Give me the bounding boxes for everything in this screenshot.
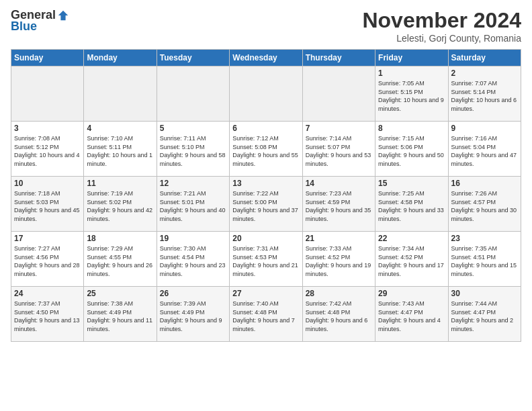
calendar-cell — [302, 66, 375, 122]
calendar-cell — [84, 66, 157, 122]
calendar-cell: 17Sunrise: 7:27 AM Sunset: 4:56 PM Dayli… — [11, 232, 84, 287]
calendar-body: 1Sunrise: 7:05 AM Sunset: 5:15 PM Daylig… — [11, 66, 521, 342]
day-info: Sunrise: 7:44 AM Sunset: 4:47 PM Dayligh… — [451, 300, 518, 333]
day-header-friday: Friday — [375, 50, 448, 66]
day-number: 29 — [378, 289, 445, 298]
title-block: November 2024 Lelesti, Gorj County, Roma… — [362, 8, 521, 44]
calendar-cell: 8Sunrise: 7:15 AM Sunset: 5:06 PM Daylig… — [375, 122, 448, 177]
calendar-cell: 26Sunrise: 7:39 AM Sunset: 4:49 PM Dayli… — [157, 287, 229, 342]
calendar-cell — [230, 66, 302, 122]
day-number: 16 — [451, 179, 518, 188]
day-number: 21 — [306, 234, 372, 243]
day-number: 23 — [451, 234, 518, 243]
day-number: 26 — [160, 289, 226, 298]
calendar-cell: 11Sunrise: 7:19 AM Sunset: 5:02 PM Dayli… — [84, 177, 157, 232]
svg-marker-0 — [58, 10, 68, 19]
week-row-2: 10Sunrise: 7:18 AM Sunset: 5:03 PM Dayli… — [11, 177, 521, 232]
day-info: Sunrise: 7:43 AM Sunset: 4:47 PM Dayligh… — [378, 300, 445, 333]
day-number: 10 — [14, 179, 81, 188]
calendar-cell: 16Sunrise: 7:26 AM Sunset: 4:57 PM Dayli… — [448, 177, 521, 232]
calendar-cell: 23Sunrise: 7:35 AM Sunset: 4:51 PM Dayli… — [448, 232, 521, 287]
logo-blue: Blue — [11, 19, 37, 34]
subtitle: Lelesti, Gorj County, Romania — [362, 33, 521, 44]
day-info: Sunrise: 7:08 AM Sunset: 5:12 PM Dayligh… — [14, 134, 81, 168]
day-number: 5 — [160, 124, 226, 133]
calendar-cell: 12Sunrise: 7:21 AM Sunset: 5:01 PM Dayli… — [157, 177, 229, 232]
day-number: 13 — [232, 179, 299, 188]
day-info: Sunrise: 7:21 AM Sunset: 5:01 PM Dayligh… — [160, 189, 226, 223]
calendar-cell: 30Sunrise: 7:44 AM Sunset: 4:47 PM Dayli… — [448, 287, 521, 342]
calendar-cell: 29Sunrise: 7:43 AM Sunset: 4:47 PM Dayli… — [375, 287, 448, 342]
calendar-cell: 25Sunrise: 7:38 AM Sunset: 4:49 PM Dayli… — [84, 287, 157, 342]
day-header-saturday: Saturday — [448, 50, 521, 66]
day-number: 1 — [378, 68, 445, 78]
day-info: Sunrise: 7:11 AM Sunset: 5:10 PM Dayligh… — [160, 134, 226, 168]
day-number: 9 — [451, 124, 518, 133]
logo-icon — [57, 9, 69, 21]
month-title: November 2024 — [362, 8, 521, 33]
day-number: 17 — [14, 234, 81, 243]
day-info: Sunrise: 7:40 AM Sunset: 4:48 PM Dayligh… — [232, 300, 299, 333]
day-info: Sunrise: 7:23 AM Sunset: 4:59 PM Dayligh… — [306, 189, 372, 223]
header-row: SundayMondayTuesdayWednesdayThursdayFrid… — [11, 50, 521, 66]
logo: General Blue — [11, 8, 69, 34]
calendar-cell: 24Sunrise: 7:37 AM Sunset: 4:50 PM Dayli… — [11, 287, 84, 342]
calendar-cell: 5Sunrise: 7:11 AM Sunset: 5:10 PM Daylig… — [157, 122, 229, 177]
day-number: 8 — [378, 124, 445, 133]
day-header-thursday: Thursday — [302, 50, 375, 66]
day-number: 2 — [451, 68, 518, 78]
day-number: 6 — [232, 124, 299, 133]
calendar-cell: 28Sunrise: 7:42 AM Sunset: 4:48 PM Dayli… — [302, 287, 375, 342]
day-number: 3 — [14, 124, 81, 133]
day-number: 15 — [378, 179, 445, 188]
day-number: 24 — [14, 289, 81, 298]
calendar-cell: 9Sunrise: 7:16 AM Sunset: 5:04 PM Daylig… — [448, 122, 521, 177]
calendar-cell: 18Sunrise: 7:29 AM Sunset: 4:55 PM Dayli… — [84, 232, 157, 287]
calendar-cell: 27Sunrise: 7:40 AM Sunset: 4:48 PM Dayli… — [230, 287, 302, 342]
day-number: 25 — [87, 289, 153, 298]
day-info: Sunrise: 7:25 AM Sunset: 4:58 PM Dayligh… — [378, 189, 445, 223]
day-number: 12 — [160, 179, 226, 188]
day-header-monday: Monday — [84, 50, 157, 66]
day-info: Sunrise: 7:19 AM Sunset: 5:02 PM Dayligh… — [87, 189, 153, 223]
day-info: Sunrise: 7:39 AM Sunset: 4:49 PM Dayligh… — [160, 300, 226, 333]
calendar-cell: 2Sunrise: 7:07 AM Sunset: 5:14 PM Daylig… — [448, 66, 521, 122]
day-info: Sunrise: 7:12 AM Sunset: 5:08 PM Dayligh… — [232, 134, 299, 168]
day-info: Sunrise: 7:34 AM Sunset: 4:52 PM Dayligh… — [378, 244, 445, 278]
calendar-cell: 22Sunrise: 7:34 AM Sunset: 4:52 PM Dayli… — [375, 232, 448, 287]
day-info: Sunrise: 7:31 AM Sunset: 4:53 PM Dayligh… — [232, 244, 299, 278]
day-info: Sunrise: 7:18 AM Sunset: 5:03 PM Dayligh… — [14, 189, 81, 223]
day-number: 18 — [87, 234, 153, 243]
calendar-cell: 13Sunrise: 7:22 AM Sunset: 5:00 PM Dayli… — [230, 177, 302, 232]
day-number: 20 — [232, 234, 299, 243]
day-header-wednesday: Wednesday — [230, 50, 302, 66]
calendar-header: SundayMondayTuesdayWednesdayThursdayFrid… — [11, 50, 521, 66]
calendar-cell: 15Sunrise: 7:25 AM Sunset: 4:58 PM Dayli… — [375, 177, 448, 232]
week-row-3: 17Sunrise: 7:27 AM Sunset: 4:56 PM Dayli… — [11, 232, 521, 287]
calendar-cell — [157, 66, 229, 122]
day-info: Sunrise: 7:42 AM Sunset: 4:48 PM Dayligh… — [306, 300, 372, 333]
page: General Blue November 2024 Lelesti, Gorj… — [0, 0, 532, 411]
week-row-4: 24Sunrise: 7:37 AM Sunset: 4:50 PM Dayli… — [11, 287, 521, 342]
day-info: Sunrise: 7:15 AM Sunset: 5:06 PM Dayligh… — [378, 134, 445, 168]
header: General Blue November 2024 Lelesti, Gorj… — [11, 8, 521, 44]
calendar-cell: 1Sunrise: 7:05 AM Sunset: 5:15 PM Daylig… — [375, 66, 448, 122]
day-info: Sunrise: 7:30 AM Sunset: 4:54 PM Dayligh… — [160, 244, 226, 278]
calendar-cell: 6Sunrise: 7:12 AM Sunset: 5:08 PM Daylig… — [230, 122, 302, 177]
calendar: SundayMondayTuesdayWednesdayThursdayFrid… — [11, 49, 521, 342]
day-number: 27 — [232, 289, 299, 298]
day-header-sunday: Sunday — [11, 50, 84, 66]
day-number: 14 — [306, 179, 372, 188]
day-number: 22 — [378, 234, 445, 243]
day-number: 7 — [306, 124, 372, 133]
day-info: Sunrise: 7:26 AM Sunset: 4:57 PM Dayligh… — [451, 189, 518, 223]
calendar-cell — [11, 66, 84, 122]
day-info: Sunrise: 7:35 AM Sunset: 4:51 PM Dayligh… — [451, 244, 518, 278]
day-info: Sunrise: 7:14 AM Sunset: 5:07 PM Dayligh… — [306, 134, 372, 168]
calendar-cell: 10Sunrise: 7:18 AM Sunset: 5:03 PM Dayli… — [11, 177, 84, 232]
calendar-cell: 20Sunrise: 7:31 AM Sunset: 4:53 PM Dayli… — [230, 232, 302, 287]
calendar-cell: 21Sunrise: 7:33 AM Sunset: 4:52 PM Dayli… — [302, 232, 375, 287]
week-row-0: 1Sunrise: 7:05 AM Sunset: 5:15 PM Daylig… — [11, 66, 521, 122]
day-number: 4 — [87, 124, 153, 133]
day-info: Sunrise: 7:38 AM Sunset: 4:49 PM Dayligh… — [87, 300, 153, 333]
